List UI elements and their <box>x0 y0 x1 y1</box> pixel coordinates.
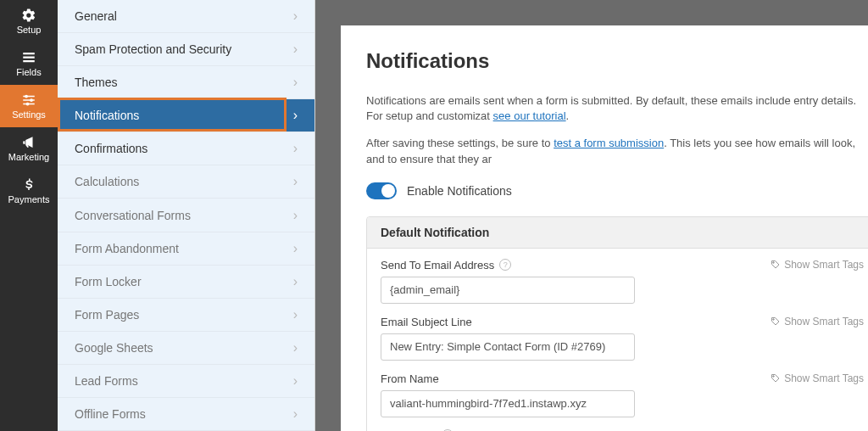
toggle-label: Enable Notifications <box>407 184 512 198</box>
iconbar-label: Marketing <box>8 152 49 162</box>
subject-input[interactable] <box>381 333 635 361</box>
help-icon[interactable]: ? <box>499 259 511 271</box>
sidebar-item-form-locker[interactable]: Form Locker› <box>58 266 314 299</box>
desc-1: Notifications are emails sent when a for… <box>366 93 868 124</box>
iconbar-label: Setup <box>17 25 42 35</box>
chevron-right-icon: › <box>293 75 298 90</box>
default-notification-panel: Default Notification Send To Email Addre… <box>366 216 868 431</box>
iconbar-setup[interactable]: Setup <box>0 0 58 42</box>
svg-rect-1 <box>23 57 35 59</box>
dollar-icon <box>21 177 36 193</box>
sidebar-item-label: Form Locker <box>75 275 142 288</box>
tutorial-link[interactable]: see our tutorial <box>493 109 566 122</box>
iconbar-marketing[interactable]: Marketing <box>0 127 58 170</box>
field-label: Email Subject Line <box>381 316 472 328</box>
iconbar-payments[interactable]: Payments <box>0 170 58 212</box>
iconbar: Setup Fields Settings Marketing Payments <box>0 0 58 431</box>
sidebar-item-label: Lead Forms <box>75 374 138 388</box>
sidebar-item-offline-forms[interactable]: Offline Forms› <box>58 398 314 431</box>
sidebar-item-label: Form Abandonment <box>75 242 179 255</box>
sidebar-item-general[interactable]: General› <box>58 0 314 33</box>
sidebar-item-conv-forms[interactable]: Conversational Forms› <box>58 199 314 232</box>
sidebar-item-form-pages[interactable]: Form Pages› <box>58 299 314 332</box>
desc-2: After saving these settings, be sure to … <box>366 136 868 166</box>
sidebar-item-label: Offline Forms <box>75 407 146 421</box>
svg-point-9 <box>773 262 775 264</box>
sidebar-item-label: Google Sheets <box>75 341 153 355</box>
chevron-right-icon: › <box>293 42 298 57</box>
chevron-right-icon: › <box>293 307 298 322</box>
enable-notifications-toggle[interactable] <box>366 182 397 199</box>
svg-point-11 <box>773 376 775 378</box>
chevron-right-icon: › <box>293 274 298 289</box>
sidebar-item-google-sheets[interactable]: Google Sheets› <box>58 332 314 365</box>
chevron-right-icon: › <box>293 373 298 389</box>
sidebar-item-label: Confirmations <box>75 142 147 155</box>
field-label: From Name <box>381 372 439 385</box>
sidebar-item-label: Notifications <box>75 109 139 122</box>
sidebar-item-notifications[interactable]: Notifications› <box>58 99 314 132</box>
chevron-right-icon: › <box>293 141 298 156</box>
iconbar-label: Payments <box>8 194 50 204</box>
chevron-right-icon: › <box>293 8 298 24</box>
sidebar-item-confirmations[interactable]: Confirmations› <box>58 132 314 165</box>
svg-point-4 <box>25 95 28 98</box>
list-icon <box>21 50 36 65</box>
field-label: Send To Email Address <box>381 259 494 271</box>
chevron-right-icon: › <box>293 108 298 123</box>
iconbar-label: Settings <box>12 109 46 120</box>
sidebar-item-themes[interactable]: Themes› <box>58 66 314 99</box>
sidebar-item-label: General <box>75 9 117 23</box>
sidebar-item-label: Spam Protection and Security <box>75 42 231 56</box>
gear-icon <box>21 8 36 23</box>
tag-icon <box>771 373 781 383</box>
sidebar-item-spam[interactable]: Spam Protection and Security› <box>58 33 314 66</box>
svg-point-10 <box>773 319 775 321</box>
chevron-right-icon: › <box>293 406 298 422</box>
svg-rect-0 <box>23 53 35 54</box>
smart-tags-button[interactable]: Show Smart Tags <box>771 372 864 384</box>
test-submission-link[interactable]: test a form submission <box>554 137 664 149</box>
settings-sidebar: General› Spam Protection and Security› T… <box>58 0 315 431</box>
sidebar-item-calculations[interactable]: Calculations› <box>58 165 314 199</box>
sidebar-item-lead-forms[interactable]: Lead Forms› <box>58 365 314 398</box>
svg-point-6 <box>30 98 33 102</box>
tag-icon <box>771 260 781 270</box>
smart-tags-button[interactable]: Show Smart Tags <box>771 259 864 271</box>
chevron-right-icon: › <box>293 241 298 256</box>
from-name-input[interactable] <box>381 390 635 417</box>
sidebar-item-label: Conversational Forms <box>75 209 191 222</box>
sidebar-item-label: Form Pages <box>75 308 139 322</box>
iconbar-fields[interactable]: Fields <box>0 42 58 85</box>
page-title: Notifications <box>366 49 868 73</box>
chevron-right-icon: › <box>293 174 298 189</box>
chevron-right-icon: › <box>293 340 298 355</box>
panel-header: Default Notification <box>367 217 868 249</box>
svg-point-8 <box>26 103 30 106</box>
iconbar-settings[interactable]: Settings <box>0 85 58 127</box>
sliders-icon <box>21 92 36 108</box>
bullhorn-icon <box>21 135 36 150</box>
chevron-right-icon: › <box>293 208 298 223</box>
sidebar-item-form-abandon[interactable]: Form Abandonment› <box>58 232 314 266</box>
smart-tags-button[interactable]: Show Smart Tags <box>771 316 864 327</box>
iconbar-label: Fields <box>16 67 41 77</box>
sidebar-item-label: Themes <box>75 76 118 89</box>
sidebar-item-label: Calculations <box>75 175 139 188</box>
svg-rect-2 <box>23 60 35 62</box>
main-content: Notifications Notifications are emails s… <box>341 25 868 431</box>
send-to-input[interactable] <box>381 277 635 304</box>
tag-icon <box>771 316 781 327</box>
